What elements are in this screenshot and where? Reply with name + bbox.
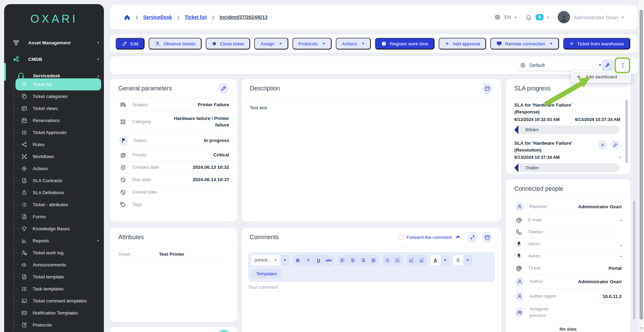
parameter-row-closed-date: Closed date xyxy=(118,186,229,199)
person-icon xyxy=(514,276,525,287)
protocols-dropdown-button[interactable]: Protocols▼ xyxy=(292,38,332,49)
sla-progress-panel: SLA progress SLA for 'Hardware Failure'(… xyxy=(506,79,631,174)
chevron-down-icon: ▼ xyxy=(441,255,450,265)
sidebar-item-rules[interactable]: Rules xyxy=(4,139,104,151)
align-left-button[interactable] xyxy=(337,255,348,265)
dashboard-view-select[interactable]: Default ▼ xyxy=(518,59,604,71)
sidebar-item-protocols[interactable]: Protocols xyxy=(4,319,104,331)
highlight-color-select[interactable]: ▼ xyxy=(453,255,472,265)
breadcrumb-servicedesk[interactable]: ServiceDesk xyxy=(143,14,172,20)
sidebar-item-sla-contracts[interactable]: SLA Contracts xyxy=(4,175,104,187)
dashboard-more-menu-button[interactable] xyxy=(616,59,629,72)
notification-badge[interactable]: 0 xyxy=(536,14,544,20)
home-icon[interactable] xyxy=(124,14,130,21)
panel-scrollbar[interactable] xyxy=(633,201,635,319)
align-center-button[interactable] xyxy=(348,255,358,265)
sidebar-item-sla-definitions[interactable]: SLA Definitions xyxy=(4,187,104,199)
remote-connection-button[interactable]: Remote connection▼ xyxy=(490,38,559,49)
sidebar-item-ticket-list[interactable]: Ticket list xyxy=(15,78,101,90)
bold-button[interactable]: B xyxy=(293,255,303,265)
close-ticket-button[interactable]: Close ticket xyxy=(206,38,250,49)
sidebar-item-reservations[interactable]: Reservations xyxy=(4,114,104,126)
sidebar-item-ticket-comment-templates[interactable]: Ticket comment templates xyxy=(4,295,104,307)
parameter-row-status: StatusIn progress xyxy=(118,133,229,149)
assign-dropdown-button[interactable]: Assign▼ xyxy=(254,38,288,49)
attribute-row-asset: Asset Test Printer xyxy=(118,248,229,261)
scrollbar-thumb[interactable] xyxy=(640,10,643,320)
sidebar-item-ticket-views[interactable]: Ticket views xyxy=(4,102,104,114)
numbered-list-button[interactable] xyxy=(393,255,403,265)
sidebar-item-announcements[interactable]: Announcements xyxy=(4,259,104,271)
templates-button[interactable]: Templates xyxy=(251,269,282,279)
page-scrollbar[interactable] xyxy=(638,0,644,332)
sidebar-item-knowledge-bases[interactable]: Knowledge Bases xyxy=(4,223,104,235)
kebab-menu-icon xyxy=(620,62,626,69)
chevron-down-icon: ▼ xyxy=(322,42,325,45)
edit-circle-button[interactable] xyxy=(218,330,230,332)
remove-sla-button[interactable] xyxy=(598,140,608,150)
sidebar-item-actions[interactable]: Actions xyxy=(4,163,104,175)
edit-parameters-button[interactable] xyxy=(217,83,229,95)
sidebar-item-notification-templates[interactable]: Notification Templates xyxy=(4,307,104,319)
comment-editor-toolbar: (inherit...✕ ▼ B I U abc xyxy=(248,252,495,282)
actions-dropdown-button[interactable]: Actions▼ xyxy=(336,38,371,49)
text-color-select[interactable]: A ▼ xyxy=(430,255,450,265)
chevron-down-icon[interactable]: ▾ xyxy=(547,15,549,20)
indent-button[interactable] xyxy=(417,255,427,265)
bullet-list-button[interactable] xyxy=(382,255,393,265)
scrollbar-down-arrow[interactable] xyxy=(640,328,643,330)
parameter-row-tags: Tags xyxy=(118,199,229,211)
outdent-button[interactable] xyxy=(406,255,417,265)
strikethrough-button[interactable]: abc xyxy=(324,255,334,265)
comment-input[interactable] xyxy=(248,285,495,329)
chat-icon xyxy=(118,102,127,108)
sidebar-item-forms[interactable]: Forms xyxy=(4,211,104,223)
sidebar-item-label: Forms xyxy=(33,214,104,219)
priority-icon xyxy=(118,152,127,158)
chevron-down-icon[interactable]: ▾ xyxy=(622,15,624,20)
add-approval-button[interactable]: Add approval xyxy=(439,38,486,49)
configure-dashboard-button[interactable] xyxy=(602,59,613,71)
italic-button[interactable]: I xyxy=(303,255,313,265)
sidebar-item-cmdb[interactable]: CMDB ▾ xyxy=(4,51,104,67)
sidebar-item-workflows[interactable]: Workflows xyxy=(4,151,104,163)
sidebar-item-label: Ticket views xyxy=(33,106,104,111)
breadcrumb-ticket-list[interactable]: Ticket list xyxy=(185,14,207,20)
ticket-from-warehouse-button[interactable]: Ticket from warehouse xyxy=(563,38,630,49)
sidebar-item-ticket-attributes[interactable]: Ticket - attributes xyxy=(4,199,104,211)
chevron-down-icon[interactable]: ▾ xyxy=(515,15,517,20)
breadcrumb-separator: ❯ xyxy=(177,15,180,20)
user-name[interactable]: Administrator Oxari xyxy=(574,14,618,20)
align-justify-button[interactable] xyxy=(368,255,379,265)
chevron-down-icon[interactable]: ▼ xyxy=(280,255,289,265)
expand-panel-button[interactable] xyxy=(466,232,478,243)
settings-gear-icon[interactable] xyxy=(494,14,501,20)
language-selector[interactable]: EN xyxy=(504,14,511,20)
sidebar-item-task-templates[interactable]: Task templates xyxy=(4,283,104,295)
forward-comment-label[interactable]: Forward the comment xyxy=(407,235,452,240)
font-family-select[interactable]: (inherit...✕ ▼ xyxy=(251,255,289,265)
align-right-button[interactable] xyxy=(358,255,368,265)
edit-button[interactable]: Edit xyxy=(116,38,144,49)
sidebar-item-ticket-template[interactable]: Ticket template xyxy=(4,271,104,283)
register-work-time-button[interactable]: Register work time xyxy=(375,38,434,49)
clear-font-icon[interactable]: ✕ xyxy=(274,258,277,263)
sidebar-item-asset-management[interactable]: Asset Management ▾ xyxy=(4,34,104,51)
sidebar-item-ticket-work-log[interactable]: Ticket work log xyxy=(4,247,104,259)
bell-icon[interactable] xyxy=(525,14,532,21)
collapse-panel-button[interactable] xyxy=(481,232,493,243)
copy-icon xyxy=(21,93,28,99)
sidebar-item-ticket-approvals[interactable]: Ticket Approvals xyxy=(4,126,104,139)
collapse-panel-button[interactable] xyxy=(481,83,493,95)
user-avatar[interactable] xyxy=(558,11,570,23)
forward-comment-checkbox[interactable] xyxy=(398,235,404,240)
panel-scrollbar[interactable] xyxy=(625,100,628,163)
observe-tickets-button[interactable]: Observe tickets xyxy=(149,38,202,49)
sidebar-item-reports[interactable]: Reports▾ xyxy=(4,235,104,247)
add-dashboard-menu-item[interactable]: Add dashboard xyxy=(572,72,630,81)
sidebar-item-ticket-categories[interactable]: Ticket categories xyxy=(4,90,104,102)
alarm-clock-icon xyxy=(118,164,127,171)
edit-sla-button[interactable] xyxy=(610,140,620,150)
underline-button[interactable]: U xyxy=(313,255,324,265)
sidebar-item-label: Ticket Approvals xyxy=(33,130,104,135)
